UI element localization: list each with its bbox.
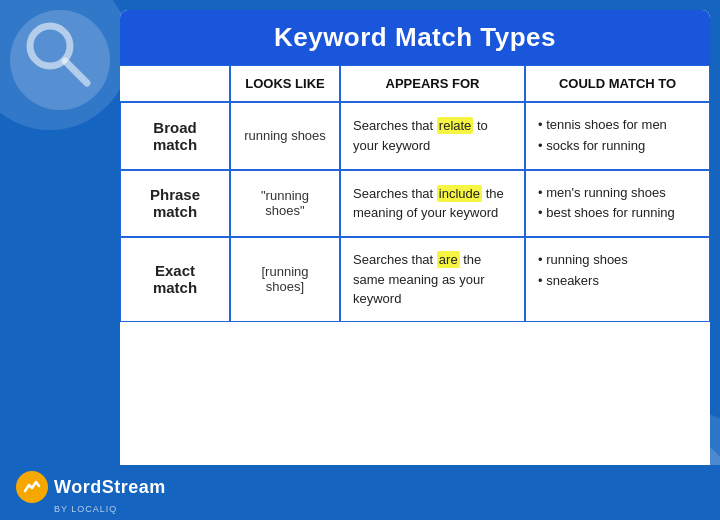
exact-could-match-list: running shoes sneakers <box>538 250 628 292</box>
phrase-appears-for: Searches that include the meaning of you… <box>340 170 525 238</box>
th-appears-for: APPEARS FOR <box>340 65 525 102</box>
page-wrapper: Keyword Match Types LOOKS LIKE APPEARS F… <box>0 0 720 520</box>
list-item: best shoes for running <box>538 203 675 224</box>
wordstream-icon <box>16 471 48 503</box>
list-item: tennis shoes for men <box>538 115 667 136</box>
list-item: sneakers <box>538 271 628 292</box>
wordstream-logo: WordStream by LOCALIQ <box>16 471 166 514</box>
th-looks-like: LOOKS LIKE <box>230 65 340 102</box>
title-bar: Keyword Match Types <box>120 10 710 65</box>
phrase-could-match-list: men's running shoes best shoes for runni… <box>538 183 675 225</box>
exact-match-label: Exactmatch <box>153 262 197 296</box>
exact-appears-for: Searches that are the same meaning as yo… <box>340 237 525 322</box>
list-item: running shoes <box>538 250 628 271</box>
data-table: LOOKS LIKE APPEARS FOR COULD MATCH TO Br… <box>120 65 710 322</box>
wordstream-sub: by LOCALIQ <box>16 504 166 514</box>
broad-match-label: Broadmatch <box>153 119 197 153</box>
svg-line-1 <box>65 61 87 83</box>
phrase-looks-like: "running shoes" <box>230 170 340 238</box>
main-card: Keyword Match Types LOOKS LIKE APPEARS F… <box>120 10 710 510</box>
th-could-match: COULD MATCH TO <box>525 65 710 102</box>
broad-could-match-list: tennis shoes for men socks for running <box>538 115 667 157</box>
ws-top: WordStream <box>16 471 166 503</box>
magnifier-icon <box>22 18 97 97</box>
exact-label-cell: Exactmatch <box>120 237 230 322</box>
exact-looks-like: [running shoes] <box>230 237 340 322</box>
exact-could-match: running shoes sneakers <box>525 237 710 322</box>
page-title: Keyword Match Types <box>274 22 556 52</box>
broad-appears-for: Searches that relate to your keyword <box>340 102 525 170</box>
broad-could-match: tennis shoes for men socks for running <box>525 102 710 170</box>
broad-label-cell: Broadmatch <box>120 102 230 170</box>
wordstream-name: WordStream <box>54 477 166 498</box>
th-empty <box>120 65 230 102</box>
list-item: socks for running <box>538 136 667 157</box>
footer: WordStream by LOCALIQ <box>0 465 720 520</box>
broad-looks-like: running shoes <box>230 102 340 170</box>
list-item: men's running shoes <box>538 183 675 204</box>
phrase-match-label: Phrasematch <box>150 186 200 220</box>
phrase-label-cell: Phrasematch <box>120 170 230 238</box>
phrase-could-match: men's running shoes best shoes for runni… <box>525 170 710 238</box>
